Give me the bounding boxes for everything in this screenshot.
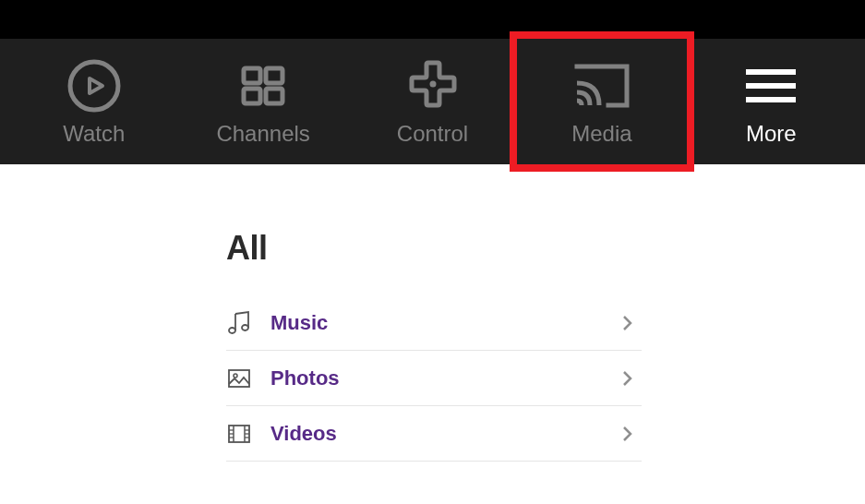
- list-item-label: Music: [270, 311, 614, 335]
- svg-rect-1: [244, 68, 260, 83]
- content-area: All Music: [0, 164, 865, 462]
- section-title: All: [226, 229, 642, 268]
- tab-watch[interactable]: Watch: [9, 39, 178, 164]
- list-item-videos[interactable]: Videos: [226, 406, 642, 462]
- photo-icon: [226, 366, 270, 391]
- tab-label: Watch: [63, 121, 125, 147]
- cast-icon: [573, 56, 631, 115]
- svg-point-9: [229, 328, 235, 333]
- chevron-right-icon: [614, 315, 642, 331]
- tab-label: Media: [571, 121, 631, 147]
- list-item-music[interactable]: Music: [226, 295, 642, 351]
- dpad-icon: [406, 56, 460, 115]
- svg-point-0: [70, 62, 118, 110]
- chevron-right-icon: [614, 370, 642, 387]
- grid-icon: [236, 56, 290, 115]
- tab-more[interactable]: More: [687, 39, 856, 164]
- tab-label: More: [746, 121, 797, 147]
- chevron-right-icon: [614, 426, 642, 442]
- play-circle-icon: [67, 56, 121, 115]
- status-bar: [0, 0, 865, 39]
- svg-rect-2: [266, 68, 282, 83]
- tab-bar: Watch Channels Control: [0, 39, 865, 164]
- list-item-label: Photos: [270, 366, 614, 390]
- svg-point-10: [242, 325, 248, 330]
- tab-control[interactable]: Control: [348, 39, 517, 164]
- tab-label: Control: [397, 121, 468, 147]
- list-item-label: Videos: [270, 422, 614, 446]
- film-icon: [226, 421, 270, 447]
- tab-channels[interactable]: Channels: [178, 39, 347, 164]
- svg-rect-3: [244, 89, 260, 103]
- svg-rect-4: [266, 89, 282, 103]
- tab-media[interactable]: Media: [517, 39, 686, 164]
- tab-label: Channels: [216, 121, 309, 147]
- media-list: Music Photos: [226, 295, 642, 462]
- hamburger-icon: [742, 56, 799, 115]
- svg-point-12: [234, 374, 237, 378]
- music-icon: [226, 310, 270, 336]
- list-item-photos[interactable]: Photos: [226, 351, 642, 406]
- svg-point-5: [429, 81, 436, 88]
- svg-rect-11: [229, 370, 249, 387]
